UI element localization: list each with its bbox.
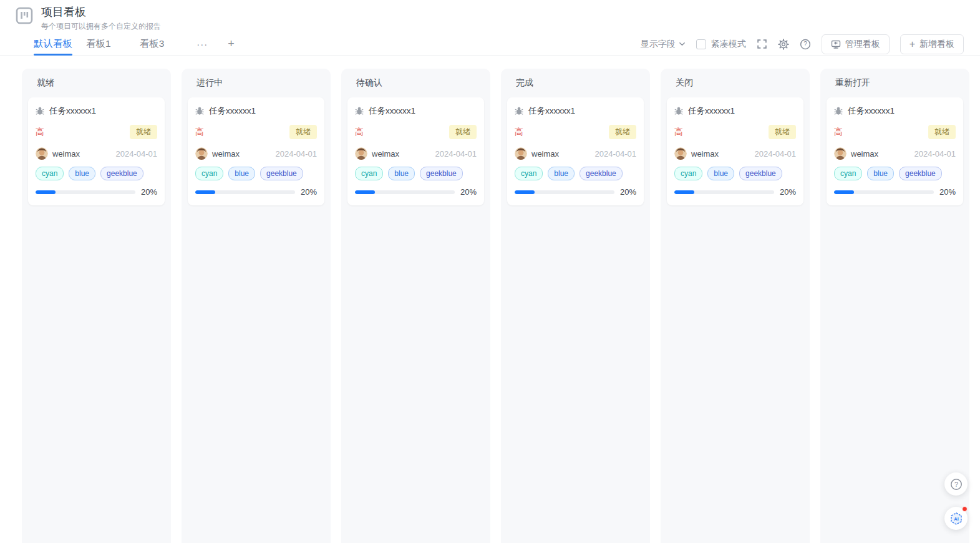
display-fields-dropdown[interactable]: 显示字段 [641,39,686,50]
help-circle-icon[interactable]: ? [800,39,811,50]
manage-board-label: 管理看板 [845,39,880,50]
priority-label: 高 [195,127,204,138]
task-card[interactable]: 任务xxxxxx1 高 就绪 weimax 2024-04-01 cyan bl… [347,97,484,205]
manage-board-button[interactable]: 管理看板 [822,34,890,54]
tag-geekblue: geekblue [739,167,782,180]
column-title: 就绪 [28,77,165,97]
assignee-name: weimax [52,149,80,159]
status-badge: 就绪 [769,125,796,139]
status-badge: 就绪 [928,125,956,139]
column-title: 关闭 [667,77,803,97]
display-fields-label: 显示字段 [641,39,676,50]
plus-icon: + [910,39,915,49]
avatar [515,147,527,160]
tag-cyan: cyan [355,167,383,180]
tag-geekblue: geekblue [420,167,463,180]
column-title: 待确认 [347,77,484,97]
tag-cyan: cyan [195,167,223,180]
chevron-down-icon [679,41,686,47]
priority-label: 高 [674,127,683,138]
compact-mode-checkbox[interactable] [696,39,706,49]
due-date: 2024-04-01 [915,149,956,159]
bug-icon [36,107,44,115]
progress-fill [674,190,694,194]
tag-cyan: cyan [36,167,64,180]
tab-row: 默认看板 看板1 看板3 ··· + 显示字段 紧凑模式 [0,33,980,56]
tabs-add-button[interactable]: + [228,33,235,55]
title-block: 项目看板 每个项目可以拥有多个自定义的报告 [41,5,161,32]
ai-hexagon-icon: AI [949,512,963,526]
kanban-column-in-progress: 进行中 任务xxxxxx1 高 就绪 weimax 2024-04-01 cya… [182,69,331,543]
board-tabs: 默认看板 看板1 看板3 ··· + [34,33,235,55]
progress-bar [674,190,774,194]
tag-blue: blue [707,167,734,180]
kanban-column-ready: 就绪 任务xxxxxx1 高 就绪 weimax 2024-04-01 cyan… [22,69,171,543]
svg-text:?: ? [954,480,958,487]
page-title: 项目看板 [41,5,161,19]
tag-geekblue: geekblue [580,167,623,180]
tag-geekblue: geekblue [100,167,143,180]
assignee-name: weimax [691,149,719,159]
task-title: 任务xxxxxx1 [848,105,895,117]
avatar [195,147,208,160]
tag-blue: blue [548,167,575,180]
assignee-name: weimax [851,149,878,159]
column-title: 重新打开 [827,77,963,97]
progress-bar [834,190,934,194]
progress-label: 20% [301,187,317,197]
progress-bar [515,190,614,194]
tab-board-3[interactable]: 看板3 [140,33,165,55]
progress-fill [834,190,854,194]
tag-cyan: cyan [515,167,543,180]
due-date: 2024-04-01 [755,149,797,159]
bug-icon [674,107,683,115]
tag-blue: blue [388,167,415,180]
task-card[interactable]: 任务xxxxxx1 高 就绪 weimax 2024-04-01 cyan bl… [28,97,165,205]
kanban-column-done: 完成 任务xxxxxx1 高 就绪 weimax 2024-04-01 cyan… [501,69,650,543]
status-badge: 就绪 [289,125,317,139]
question-circle-icon: ? [950,478,963,491]
progress-label: 20% [939,187,956,197]
new-board-button[interactable]: + 新增看板 [900,34,964,54]
tag-cyan: cyan [834,167,862,180]
tag-cyan: cyan [674,167,702,180]
avatar [355,147,367,160]
tag-blue: blue [228,167,255,180]
task-card[interactable]: 任务xxxxxx1 高 就绪 weimax 2024-04-01 cyan bl… [188,97,324,205]
task-card[interactable]: 任务xxxxxx1 高 就绪 weimax 2024-04-01 cyan bl… [667,97,803,205]
tabs-more-button[interactable]: ··· [196,33,208,55]
new-board-label: 新增看板 [919,39,954,50]
progress-bar [355,190,455,194]
task-title: 任务xxxxxx1 [688,105,735,117]
status-badge: 就绪 [130,125,157,139]
priority-label: 高 [515,127,523,138]
tab-default-board[interactable]: 默认看板 [34,33,72,55]
progress-label: 20% [620,187,636,197]
svg-text:?: ? [803,41,807,47]
progress-bar [36,190,135,194]
board-toolbar: 显示字段 紧凑模式 [641,34,964,54]
kanban-column-closed: 关闭 任务xxxxxx1 高 就绪 weimax 2024-04-01 cyan… [661,69,810,543]
progress-fill [355,190,375,194]
due-date: 2024-04-01 [116,149,158,159]
tab-board-1[interactable]: 看板1 [86,33,111,55]
tag-geekblue: geekblue [260,167,303,180]
compact-mode-toggle[interactable]: 紧凑模式 [696,39,746,50]
column-title: 进行中 [188,77,324,97]
tag-geekblue: geekblue [899,167,942,180]
priority-label: 高 [36,127,44,138]
column-title: 完成 [507,77,644,97]
kanban-board: 就绪 任务xxxxxx1 高 就绪 weimax 2024-04-01 cyan… [22,69,980,543]
priority-label: 高 [355,127,364,138]
progress-label: 20% [780,187,796,197]
due-date: 2024-04-01 [595,149,637,159]
due-date: 2024-04-01 [276,149,318,159]
task-card[interactable]: 任务xxxxxx1 高 就绪 weimax 2024-04-01 cyan bl… [507,97,644,205]
task-title: 任务xxxxxx1 [369,105,415,117]
settings-gear-icon[interactable] [778,39,789,50]
floating-ai-assistant-button[interactable]: AI [944,507,968,530]
floating-help-button[interactable]: ? [944,472,968,496]
app-header: 项目看板 每个项目可以拥有多个自定义的报告 [0,0,980,32]
task-card[interactable]: 任务xxxxxx1 高 就绪 weimax 2024-04-01 cyan bl… [827,97,963,205]
fullscreen-icon[interactable] [757,39,767,49]
